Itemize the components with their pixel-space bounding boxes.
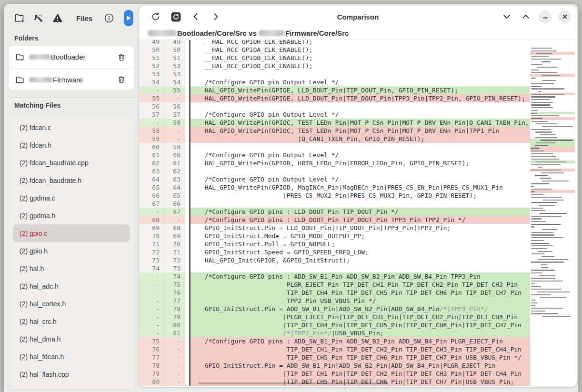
matching-files-heading: Matching Files bbox=[4, 98, 139, 113]
diff-rows: 4949 __HAL_RCC_GPIOH_CLK_ENABLE();5050 _… bbox=[139, 40, 577, 386]
diff-line: 4949 __HAL_RCC_GPIOH_CLK_ENABLE(); bbox=[139, 40, 577, 46]
diff-line: 7473 bbox=[139, 264, 577, 272]
folder-item-bootloader[interactable]: Bootloader bbox=[9, 46, 134, 68]
diff-line: -80 |TIP_DET_CH4_Pin|TIP_DET_CH5_Pin|TIP… bbox=[139, 321, 577, 329]
tools-icon[interactable] bbox=[32, 12, 45, 24]
folder-icon bbox=[15, 52, 24, 61]
folder-name: Firmware bbox=[29, 76, 83, 84]
swap-sync-icon[interactable] bbox=[170, 10, 182, 23]
diff-line: -77 TPP2_Pin USB_VBUS_Pin */ bbox=[139, 297, 577, 305]
censored-text bbox=[29, 54, 51, 60]
file-item[interactable]: (2) fdcan_baudrate.cpp bbox=[13, 154, 130, 171]
diff-line: 5757 /*Configure GPIO pin Output Level *… bbox=[139, 111, 577, 119]
new-folder-comparison-icon[interactable] bbox=[13, 12, 26, 24]
diff-line: 6362 bbox=[139, 167, 577, 175]
diff-line: -58 HAL_GPIO_WritePin(GPIOC, TEST_LEDn_P… bbox=[139, 119, 577, 127]
diff-line: 68- /*Configure GPIO pins : LLD_DOUT_Pin… bbox=[139, 216, 577, 224]
warning-icon[interactable] bbox=[51, 12, 64, 24]
app-window: Files Folders Boo bbox=[4, 4, 578, 392]
diff-line: 6766 bbox=[139, 200, 577, 208]
diff-view: 4949 __HAL_RCC_GPIOH_CLK_ENABLE();5050 _… bbox=[139, 40, 577, 387]
diff-line: 58- HAL_GPIO_WritePin(GPIOC, TEST_LEDn_P… bbox=[139, 127, 577, 135]
file-item[interactable]: (2) hal.h bbox=[13, 260, 130, 277]
folders-card: Bootloader Firmwa bbox=[9, 46, 134, 90]
minimize-button[interactable] bbox=[539, 10, 552, 23]
diff-line: 76- TIP_DET_CH1_Pin TIP_DET_CH2_Pin TIP_… bbox=[139, 345, 577, 353]
diff-line: -78 GPIO_InitStruct.Pin = ADD_SW_B1_Pin|… bbox=[139, 305, 577, 313]
file-item[interactable]: (2) fdcan.h bbox=[13, 136, 130, 154]
diff-minimap[interactable] bbox=[530, 40, 575, 387]
diff-line: 7069 GPIO_InitStruct.Mode = GPIO_MODE_OU… bbox=[139, 232, 577, 240]
file-item[interactable]: (2) hal_fdcan.h bbox=[13, 348, 130, 365]
diff-line: 59- |Q_CAN1_TXEN_Pin, GPIO_PIN_RESET); bbox=[139, 135, 577, 143]
diff-line: -75 PLGR_EJECT_Pin TIP_DET_CH1_Pin TIP_D… bbox=[139, 281, 577, 289]
diff-line: 7170 GPIO_InitStruct.Pull = GPIO_NOPULL; bbox=[139, 240, 577, 248]
sidebar: Files Folders Boo bbox=[4, 4, 139, 392]
diff-line: 5050 __HAL_RCC_GPIOA_CLK_ENABLE(); bbox=[139, 46, 577, 54]
diff-line: 6665 |PRES_CS_MUX2_Pin|PRES_CS_MUX3_Pin,… bbox=[139, 191, 577, 200]
close-button[interactable] bbox=[558, 10, 571, 23]
file-item[interactable]: (2) hal_cortex.h bbox=[13, 295, 130, 312]
diff-line: 6261 HAL_GPIO_WritePin(GPIOB, HRTB_LEDn_… bbox=[139, 159, 577, 167]
diff-line: -67 /*Configure GPIO pins : LLD_DOUT_Pin… bbox=[139, 208, 577, 216]
refresh-icon[interactable] bbox=[150, 10, 162, 23]
folder-item-firmware[interactable]: Firmware bbox=[9, 68, 134, 90]
diff-line: 7271 GPIO_InitStruct.Speed = GPIO_SPEED_… bbox=[139, 248, 577, 256]
censored-text bbox=[259, 30, 285, 36]
diff-line: 80- |TIP_DET_CH5_Pin|TIP_DET_CH6_Pin|TIP… bbox=[139, 378, 577, 386]
folder-name: Bootloader bbox=[29, 53, 86, 61]
file-item[interactable]: (2) gpio.c bbox=[13, 224, 130, 242]
info-icon[interactable] bbox=[103, 12, 115, 24]
folders-heading: Folders bbox=[4, 30, 139, 46]
matching-files-list: (2) fdcan.c(2) fdcan.h(2) fdcan_baudrate… bbox=[8, 116, 135, 390]
file-item[interactable]: (2) hal_crc.h bbox=[13, 312, 130, 330]
diff-line: -74 /*Configure GPIO pins : ADD_SW_B1_Pi… bbox=[139, 272, 577, 281]
delete-folder-icon[interactable] bbox=[115, 51, 128, 63]
diff-line: -76 TIP_DET_CH4_Pin TIP_DET_CH5_Pin TIP_… bbox=[139, 289, 577, 297]
comparison-paths: Bootloader/Core/Src vs Firmware/Core/Src bbox=[139, 28, 577, 40]
file-item[interactable]: (2) gpdma.c bbox=[13, 189, 130, 207]
diff-line: 7372 HAL_GPIO_Init(GPIOE, &GPIO_InitStru… bbox=[139, 256, 577, 264]
chevron-down-icon[interactable] bbox=[501, 10, 513, 23]
censored-text bbox=[29, 77, 53, 82]
comparison-panel: Comparison bbox=[139, 6, 577, 387]
diff-line: -55 HAL_GPIO_WritePin(GPIOE, LLD_DOUT_Pi… bbox=[139, 86, 577, 94]
sidebar-toolbar: Files bbox=[4, 4, 139, 30]
diff-line: 6463 /*Configure GPIO pin Output Level *… bbox=[139, 175, 577, 183]
delete-folder-icon[interactable] bbox=[115, 73, 128, 86]
comparison-header: Comparison bbox=[139, 6, 577, 40]
diff-line: 6160 /*Configure GPIO pin Output Level *… bbox=[139, 151, 577, 159]
file-item[interactable]: (2) hal_flash.cpp bbox=[13, 365, 130, 383]
diff-line: 5252 __HAL_RCC_GPIOD_CLK_ENABLE(); bbox=[139, 62, 577, 70]
diff-line: 5353 bbox=[139, 70, 577, 78]
horizontal-scrollbar[interactable] bbox=[198, 382, 389, 384]
censored-text bbox=[148, 30, 177, 36]
folder-icon bbox=[15, 75, 24, 84]
diff-line: 77- TIP_DET_CH5_Pin TIP_DET_CH6_Pin TIP_… bbox=[139, 353, 577, 362]
diff-line: 78- GPIO_InitStruct.Pin = ADD_SW_B1_Pin|… bbox=[139, 362, 577, 370]
diff-line: 6968 GPIO_InitStruct.Pin = LLD_DOUT_Pin|… bbox=[139, 224, 577, 232]
diff-line: 6564 HAL_GPIO_WritePin(GPIOD, MagINCn_Pi… bbox=[139, 183, 577, 191]
diff-line: 75- /*Configure GPIO pins : ADD_SW_B1_Pi… bbox=[139, 337, 577, 345]
file-item[interactable]: (2) gpio.h bbox=[13, 242, 130, 260]
file-item[interactable]: (2) fdcan_baudrate.h bbox=[13, 171, 130, 189]
run-comparison-button[interactable] bbox=[124, 10, 133, 26]
files-label: Files bbox=[76, 14, 92, 22]
diff-line: 5656 bbox=[139, 102, 577, 111]
diff-line: -79 |PLGR_EJECT_Pin|TIP_DET_CH1_Pin|TIP_… bbox=[139, 313, 577, 321]
next-diff-icon[interactable] bbox=[210, 10, 222, 23]
file-item[interactable]: (2) hal_adc.h bbox=[13, 277, 130, 295]
diff-line: 79- |TIP_DET_CH1_Pin|TIP_DET_CH2_Pin|TIP… bbox=[139, 370, 577, 378]
file-item[interactable]: (2) hal_dma.h bbox=[13, 330, 130, 348]
diff-line: -81 /*|TPP2_Pin*/|USB_VBUS_Pin; bbox=[139, 329, 577, 337]
diff-line: 6059 bbox=[139, 143, 577, 151]
diff-line: 5454 /*Configure GPIO pin Output Level *… bbox=[139, 78, 577, 86]
file-item[interactable]: (2) fdcan.c bbox=[13, 119, 130, 136]
diff-line: 5151 __HAL_RCC_GPIOB_CLK_ENABLE(); bbox=[139, 54, 577, 62]
diff-line: 55- HAL_GPIO_WritePin(GPIOE, LLD_DOUT_Pi… bbox=[139, 94, 577, 102]
chevron-up-icon[interactable] bbox=[520, 10, 532, 23]
previous-diff-icon[interactable] bbox=[190, 10, 202, 23]
file-item[interactable]: (2) gpdma.h bbox=[13, 207, 130, 224]
